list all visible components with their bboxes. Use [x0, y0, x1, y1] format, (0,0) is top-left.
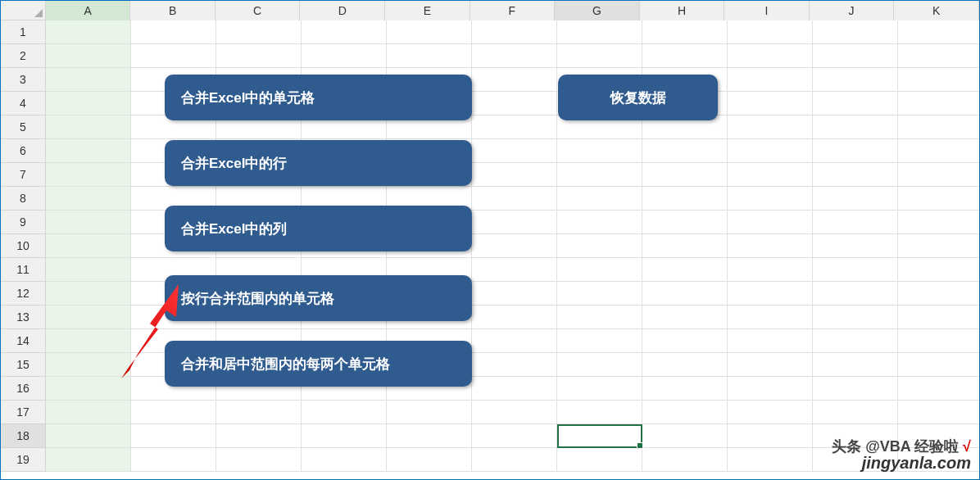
row-header-1[interactable]: 1: [1, 20, 46, 44]
row-header-2[interactable]: 2: [1, 44, 46, 68]
button-label: 合并Excel中的单元格: [181, 88, 315, 107]
row-header-10[interactable]: 10: [1, 234, 46, 258]
row-header-6[interactable]: 6: [1, 139, 46, 163]
row-header-5[interactable]: 5: [1, 115, 46, 139]
row-header-14[interactable]: 14: [1, 329, 46, 353]
row-header-15[interactable]: 15: [1, 353, 46, 377]
button-label: 合并Excel中的行: [181, 154, 287, 173]
watermark-bottom: jingyanla.com: [862, 454, 971, 473]
row-headers-col: 1 2 3 4 5 6 7 8 9 10 11 12 13 14 15 16 1…: [1, 20, 46, 479]
row-header-13[interactable]: 13: [1, 306, 46, 329]
button-label: 按行合并范围内的单元格: [181, 289, 334, 308]
row-header-7[interactable]: 7: [1, 163, 46, 187]
button-label: 合并Excel中的列: [181, 220, 287, 238]
row-header-16[interactable]: 16: [1, 377, 46, 401]
row-header-12[interactable]: 12: [1, 282, 46, 306]
col-header-B[interactable]: B: [130, 1, 216, 20]
row-header-8[interactable]: 8: [1, 187, 46, 211]
col-header-I[interactable]: I: [724, 1, 810, 20]
button-label: 恢复数据: [610, 88, 666, 107]
merge-range-by-row-button[interactable]: 按行合并范围内的单元格: [165, 275, 472, 321]
col-header-D[interactable]: D: [300, 1, 385, 20]
col-header-J[interactable]: J: [810, 1, 895, 20]
row-header-19[interactable]: 19: [1, 448, 46, 472]
restore-data-button[interactable]: 恢复数据: [558, 75, 718, 120]
row-header-9[interactable]: 9: [1, 211, 46, 234]
col-header-E[interactable]: E: [385, 1, 470, 20]
row-header-11[interactable]: 11: [1, 258, 46, 282]
col-header-H[interactable]: H: [640, 1, 725, 20]
row-header-17[interactable]: 17: [1, 401, 46, 424]
col-header-K[interactable]: K: [894, 1, 979, 20]
button-label: 合并和居中范围内的每两个单元格: [181, 355, 390, 374]
column-headers-row: A B C D E F G H I J K: [1, 1, 979, 20]
merge-cells-button[interactable]: 合并Excel中的单元格: [165, 75, 472, 120]
row-header-18[interactable]: 18: [1, 424, 46, 448]
row-header-3[interactable]: 3: [1, 68, 46, 92]
spreadsheet-grid: A B C D E F G H I J K 1 2 3 4 5 6 7 8 9 …: [1, 1, 979, 479]
select-all-corner[interactable]: [1, 1, 46, 20]
col-header-F[interactable]: F: [470, 1, 556, 20]
merge-cols-button[interactable]: 合并Excel中的列: [165, 206, 472, 251]
col-header-G[interactable]: G: [555, 1, 640, 20]
col-header-A[interactable]: A: [46, 1, 131, 20]
merge-center-every-two-button[interactable]: 合并和居中范围内的每两个单元格: [165, 341, 472, 387]
check-icon: √: [963, 438, 971, 455]
merge-rows-button[interactable]: 合并Excel中的行: [165, 140, 472, 186]
row-header-4[interactable]: 4: [1, 92, 46, 115]
col-header-C[interactable]: C: [216, 1, 301, 20]
